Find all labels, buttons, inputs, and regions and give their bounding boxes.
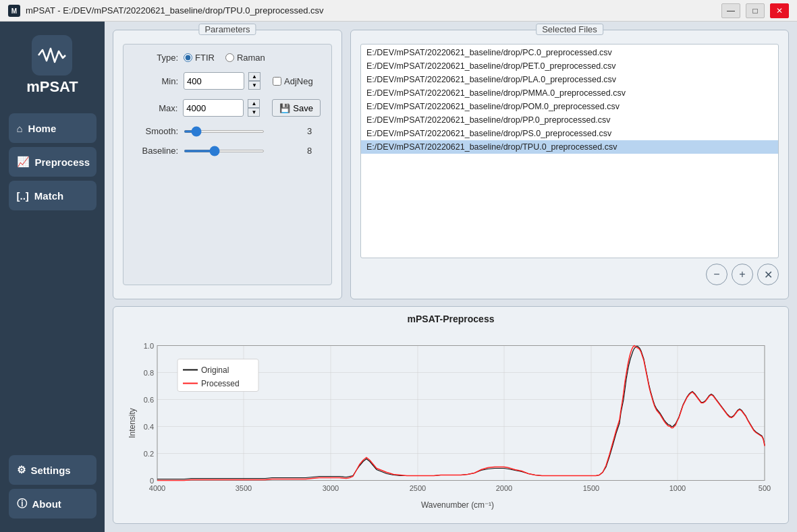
svg-text:M: M: [11, 7, 17, 15]
svg-text:3000: 3000: [323, 484, 339, 492]
add-file-button[interactable]: +: [732, 264, 753, 285]
maximize-button[interactable]: □: [746, 3, 765, 18]
preprocess-label: Preprocess: [35, 156, 90, 168]
min-down-button[interactable]: ▼: [248, 81, 260, 90]
settings-label: Settings: [31, 465, 71, 476]
info-icon: ⓘ: [17, 498, 27, 510]
min-label: Min:: [134, 76, 178, 86]
chart-title: mPSAT-Preprocess: [408, 314, 495, 324]
chart-panel: mPSAT-Preprocess Intensity Wavenumber (c…: [113, 306, 789, 524]
smooth-row: Smooth: 3: [134, 126, 321, 136]
raman-radio-label[interactable]: Raman: [225, 53, 265, 63]
save-button[interactable]: 💾 Save: [272, 99, 321, 117]
adjneg-label[interactable]: AdjNeg: [273, 76, 313, 86]
svg-text:0.4: 0.4: [144, 423, 154, 431]
files-actions: − + ✕: [360, 264, 779, 285]
min-up-button[interactable]: ▲: [248, 72, 260, 81]
sidebar: mPSAT ⌂ Home 📈 Preprocess [..] Match ⚙ S…: [0, 22, 105, 532]
min-spinners: ▲ ▼: [248, 72, 260, 90]
match-icon: [..]: [17, 190, 29, 202]
top-panels-row: Parameters Type: FTIR Raman: [113, 30, 789, 299]
smooth-label: Smooth:: [134, 126, 178, 136]
close-button[interactable]: ✕: [770, 3, 789, 18]
logo-icon: [32, 35, 72, 76]
app-name: mPSAT: [26, 78, 78, 96]
remove-file-button[interactable]: −: [706, 264, 727, 285]
content-area: Parameters Type: FTIR Raman: [105, 22, 797, 532]
type-radio-group: FTIR Raman: [184, 53, 265, 63]
window-controls: — □ ✕: [721, 3, 789, 18]
baseline-row: Baseline: 8: [134, 146, 321, 156]
raman-label: Raman: [237, 53, 265, 63]
clear-files-button[interactable]: ✕: [757, 264, 779, 285]
ftir-radio-label[interactable]: FTIR: [184, 53, 215, 63]
svg-text:500: 500: [759, 484, 771, 492]
ftir-label: FTIR: [195, 53, 215, 63]
adjneg-checkbox[interactable]: [273, 77, 281, 86]
app-logo-icon: M: [8, 5, 20, 17]
svg-text:1500: 1500: [583, 484, 599, 492]
file-list-item[interactable]: E:/DEV/mPSAT/20220621_baseline/drop/POM.…: [361, 100, 778, 113]
file-list-item[interactable]: E:/DEV/mPSAT/20220621_baseline/drop/PS.0…: [361, 127, 778, 140]
max-label: Max:: [134, 103, 177, 113]
files-list: E:/DEV/mPSAT/20220621_baseline/drop/PC.0…: [360, 44, 779, 258]
svg-text:0.2: 0.2: [144, 450, 154, 458]
y-axis-label: Intensity: [128, 408, 137, 438]
spectrum-chart: Intensity Wavenumber (cm⁻¹): [120, 327, 781, 519]
svg-text:2500: 2500: [410, 484, 426, 492]
legend-original-label: Original: [201, 365, 229, 375]
home-icon: ⌂: [17, 123, 23, 134]
times-icon: ✕: [764, 268, 773, 281]
floppy-icon: 💾: [279, 103, 290, 113]
smooth-slider-container: [184, 130, 302, 133]
max-up-button[interactable]: ▲: [248, 99, 260, 108]
max-spinners: ▲ ▼: [248, 99, 260, 117]
min-input[interactable]: [184, 72, 244, 90]
baseline-slider[interactable]: [184, 150, 265, 152]
file-list-item[interactable]: E:/DEV/mPSAT/20220621_baseline/drop/PMMA…: [361, 86, 778, 100]
raman-radio[interactable]: [225, 53, 234, 62]
parameters-inner: Type: FTIR Raman: [123, 44, 332, 285]
parameters-panel: Parameters Type: FTIR Raman: [113, 30, 342, 299]
svg-text:3500: 3500: [236, 484, 252, 492]
preprocess-icon: 📈: [17, 156, 30, 168]
max-row: Max: ▲ ▼ 💾 Save: [134, 99, 321, 117]
sidebar-navigation: ⌂ Home 📈 Preprocess [..] Match: [0, 113, 105, 210]
window-title: mPSAT - E:/DEV/mPSAT/20220621_baseline/d…: [26, 5, 721, 16]
svg-text:0.6: 0.6: [144, 396, 154, 404]
waveform-logo-icon: [37, 43, 67, 67]
sidebar-item-home[interactable]: ⌂ Home: [9, 113, 97, 143]
titlebar: M mPSAT - E:/DEV/mPSAT/20220621_baseline…: [0, 0, 797, 22]
sidebar-bottom: ⚙ Settings ⓘ About: [0, 455, 105, 525]
sidebar-item-about[interactable]: ⓘ About: [9, 489, 97, 519]
legend-processed-label: Processed: [201, 379, 240, 388]
ftir-radio[interactable]: [184, 53, 192, 62]
file-list-item[interactable]: E:/DEV/mPSAT/20220621_baseline/drop/TPU.…: [361, 140, 778, 154]
selected-files-panel: Selected Files E:/DEV/mPSAT/20220621_bas…: [350, 30, 789, 299]
svg-text:2000: 2000: [496, 484, 512, 492]
sidebar-item-match[interactable]: [..] Match: [9, 181, 97, 210]
file-list-item[interactable]: E:/DEV/mPSAT/20220621_baseline/drop/PC.0…: [361, 46, 778, 59]
file-list-item[interactable]: E:/DEV/mPSAT/20220621_baseline/drop/PP.0…: [361, 113, 778, 127]
minus-icon: −: [713, 268, 719, 280]
file-list-item[interactable]: E:/DEV/mPSAT/20220621_baseline/drop/PET.…: [361, 59, 778, 73]
type-label: Type:: [134, 53, 178, 63]
smooth-slider[interactable]: [184, 130, 265, 133]
sidebar-item-settings[interactable]: ⚙ Settings: [9, 455, 97, 485]
home-label: Home: [28, 123, 57, 134]
parameters-panel-title: Parameters: [198, 24, 256, 35]
baseline-label: Baseline:: [134, 146, 178, 156]
match-label: Match: [34, 190, 63, 202]
file-list-item[interactable]: E:/DEV/mPSAT/20220621_baseline/drop/PLA.…: [361, 73, 778, 86]
sidebar-item-preprocess[interactable]: 📈 Preprocess: [9, 147, 97, 177]
minimize-button[interactable]: —: [721, 3, 740, 18]
selected-files-title: Selected Files: [536, 24, 603, 35]
svg-text:1.0: 1.0: [144, 342, 154, 350]
plus-icon: +: [739, 268, 745, 280]
chart-container: Intensity Wavenumber (cm⁻¹): [120, 327, 781, 519]
max-down-button[interactable]: ▼: [248, 108, 260, 117]
save-label: Save: [293, 103, 313, 113]
type-row: Type: FTIR Raman: [134, 53, 321, 63]
baseline-value: 8: [307, 146, 321, 156]
max-input[interactable]: [183, 99, 244, 117]
